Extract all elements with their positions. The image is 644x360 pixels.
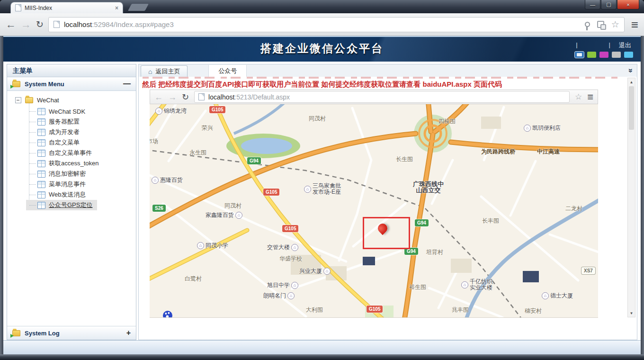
browser-window: MIIS-Index × — ▢ × ← → ↻ localhost:52984… (0, 0, 644, 360)
tab-home-label: 返回主页 (155, 67, 180, 76)
back-icon[interactable]: ← (6, 19, 16, 30)
table-icon (37, 139, 45, 146)
page-icon (54, 21, 60, 28)
sidebar-item[interactable]: 菜单消息事件 (26, 179, 90, 189)
sidebar-item[interactable]: 获取access_token (26, 158, 104, 169)
tree-node-wechat[interactable]: WeChat (7, 95, 136, 105)
system-log-label: System Log (25, 330, 60, 337)
sidebar-item[interactable]: WeChat SDK (26, 106, 90, 117)
refresh-icon[interactable]: ↻ (36, 20, 44, 29)
map-label: 同茂村 (309, 115, 326, 123)
scroll-down-icon[interactable]: ▼ (628, 309, 635, 317)
key-icon[interactable] (585, 22, 590, 27)
close-button[interactable]: × (617, 0, 639, 9)
sidebar-item-label: 获取access_token (49, 159, 99, 168)
sidebar-item[interactable]: 自定义菜单事件 (26, 148, 97, 158)
poi-icon (524, 125, 531, 132)
theme-color-swatch[interactable] (575, 52, 584, 58)
bookmark-star-icon[interactable]: ☆ (611, 20, 619, 29)
embedded-address-bar: localhost:5213/Default.aspx (194, 91, 570, 103)
map-label: 荣兴 (202, 124, 213, 132)
theme-colors (575, 52, 633, 58)
forward-icon[interactable]: → (21, 19, 31, 30)
bookmark-star-icon: ☆ (575, 93, 582, 101)
logout-link[interactable]: 退出 (619, 41, 631, 50)
window-frame-left (0, 36, 3, 360)
browser-menu-icon[interactable]: ≡ (631, 18, 638, 31)
sidebar-section-system-log: System Log + (7, 326, 136, 340)
table-icon (37, 160, 45, 167)
system-menu-label: System Menu (25, 81, 64, 88)
header-separator: | (576, 41, 602, 50)
scroll-up-icon[interactable]: ▲ (628, 78, 635, 86)
map-label: 锦绣龙湾 (155, 107, 187, 115)
poi-icon (304, 186, 311, 193)
tab-return-home[interactable]: ⌂ 返回主页 (141, 65, 188, 77)
tab-bar: ⌂ 返回主页 公众号 (139, 64, 637, 77)
map-label: 旭日中学 (267, 281, 298, 289)
map-label: 中江高速 (537, 148, 560, 156)
tab-page-label: 公众号 (218, 67, 237, 75)
map-label: 兴业大厦 (299, 267, 331, 275)
system-log-header[interactable]: System Log + (7, 326, 136, 340)
theme-color-swatch[interactable] (612, 52, 621, 58)
map-label: 坦背村 (426, 248, 443, 256)
theme-color-swatch[interactable] (624, 52, 633, 58)
notice-text: 然后 把经纬度提交到百度API接口即可获取用户当前位置 如何提交经纬度获取位置请… (142, 80, 617, 89)
minimize-button[interactable]: — (585, 0, 600, 9)
collapse-icon[interactable]: — (123, 80, 131, 88)
sidebar-item[interactable]: 成为开发者 (26, 127, 84, 137)
road-shield: S26 (152, 205, 166, 212)
browser-tab[interactable]: MIIS-Index × (10, 2, 123, 13)
new-tab-button[interactable] (128, 4, 149, 11)
embedded-url-text: localhost:5213/Default.aspx (208, 93, 290, 101)
url-path: :52984/Index.aspx#page3 (92, 20, 174, 28)
road-shield: G94 (415, 219, 429, 226)
content-scrollbar[interactable]: ▲ ▼ (627, 78, 635, 317)
page-icon (198, 93, 205, 100)
poi-icon (542, 292, 549, 299)
sidebar-item-label: 服务器配置 (49, 117, 80, 126)
table-icon (37, 150, 45, 157)
expand-icon[interactable]: + (126, 329, 131, 337)
map-label: 四棱围 (438, 117, 456, 126)
translate-icon[interactable] (597, 21, 604, 28)
road-shield: G105 (263, 189, 279, 196)
sidebar-item[interactable]: Web发送消息 (26, 189, 91, 200)
maximize-button[interactable]: ▢ (601, 0, 617, 9)
theme-color-swatch[interactable] (587, 52, 596, 58)
poi-icon (291, 282, 298, 289)
header-user-area: | | 退出 (576, 41, 631, 50)
tab-close-icon[interactable]: × (115, 5, 118, 11)
map-graphic (150, 104, 598, 317)
map-label: 为民路跨线桥 (481, 148, 515, 156)
tab-public-account[interactable]: 公众号 (208, 65, 247, 77)
home-icon: ⌂ (148, 68, 152, 75)
map-label: 长丰围 (482, 217, 499, 225)
sidebar-item[interactable]: 服务器配置 (26, 117, 84, 127)
scrollbar-thumb[interactable] (629, 86, 634, 130)
map-label: 白鹭村 (185, 275, 202, 283)
tab-overflow-chevrons-icon[interactable] (629, 66, 633, 75)
theme-color-swatch[interactable] (599, 52, 608, 58)
sidebar-item[interactable]: 自定义菜单 (26, 137, 84, 148)
poi-icon (461, 281, 468, 288)
table-icon (37, 108, 45, 115)
map-label: 三鸟家禽批 发市场-E座 (304, 183, 341, 195)
address-bar-icons: ☆ (585, 20, 619, 29)
table-icon (37, 171, 45, 178)
poi-icon (323, 268, 331, 275)
sidebar-item[interactable]: 消息加密解密 (26, 169, 90, 179)
table-icon (37, 202, 45, 209)
map-label: 兆丰围 (452, 306, 469, 314)
sidebar-item[interactable]: 公众号GPS定位 (26, 200, 97, 210)
address-bar[interactable]: localhost:52984/Index.aspx#page3 ☆ (48, 17, 625, 32)
map-label: 广珠西线中 山西立交 (413, 181, 444, 193)
sidebar-section-system-menu[interactable]: System Menu — (7, 77, 136, 91)
sidebar-item-label: Web发送消息 (49, 190, 86, 199)
road-shield: G105 (282, 225, 298, 232)
window-controls: — ▢ × (584, 0, 639, 9)
table-icon (37, 181, 45, 188)
tree-collapse-icon[interactable] (15, 97, 21, 103)
map-label: 二龙村 (565, 205, 582, 213)
